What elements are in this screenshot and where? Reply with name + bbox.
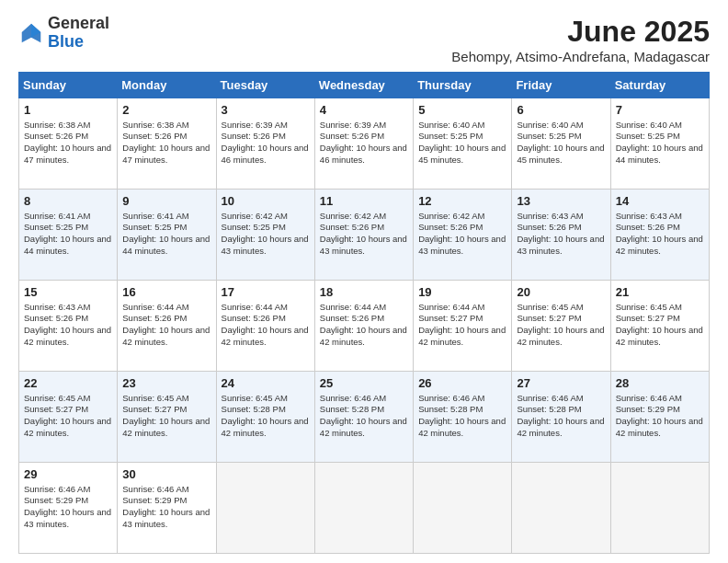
sunset-label: Sunset: 5:29 PM (122, 495, 187, 505)
day-number: 21 (616, 284, 704, 301)
daylight-label: Daylight: 10 hours and 44 minutes. (616, 143, 703, 165)
day-number: 2 (122, 102, 210, 119)
day-number: 23 (122, 375, 210, 392)
daylight-label: Daylight: 10 hours and 42 minutes. (222, 325, 309, 347)
sunset-label: Sunset: 5:27 PM (24, 404, 88, 414)
calendar-header-row: Sunday Monday Tuesday Wednesday Thursday… (19, 73, 710, 98)
table-row: 3Sunrise: 6:39 AMSunset: 5:26 PMDaylight… (216, 98, 314, 190)
calendar-week-row: 8Sunrise: 6:41 AMSunset: 5:25 PMDaylight… (19, 190, 710, 281)
daylight-label: Daylight: 10 hours and 45 minutes. (517, 143, 604, 165)
sunrise-label: Sunrise: 6:45 AM (616, 302, 682, 312)
table-row: 30Sunrise: 6:46 AMSunset: 5:29 PMDayligh… (118, 463, 216, 554)
table-row: 13Sunrise: 6:43 AMSunset: 5:26 PMDayligh… (512, 190, 610, 281)
day-number: 16 (122, 284, 210, 301)
daylight-label: Daylight: 10 hours and 42 minutes. (616, 416, 703, 438)
day-number: 14 (616, 193, 704, 210)
daylight-label: Daylight: 10 hours and 42 minutes. (122, 416, 210, 438)
sunset-label: Sunset: 5:25 PM (222, 222, 286, 232)
day-number: 15 (24, 284, 112, 301)
sunset-label: Sunset: 5:26 PM (320, 222, 384, 232)
day-number: 24 (222, 375, 310, 392)
day-number: 13 (517, 193, 605, 210)
day-number: 3 (222, 102, 310, 119)
table-row (512, 463, 610, 554)
sunset-label: Sunset: 5:29 PM (616, 404, 680, 414)
table-row: 16Sunrise: 6:44 AMSunset: 5:26 PMDayligh… (118, 281, 216, 372)
sunset-label: Sunset: 5:28 PM (320, 404, 384, 414)
daylight-label: Daylight: 10 hours and 42 minutes. (122, 325, 210, 347)
sunset-label: Sunset: 5:28 PM (418, 404, 483, 414)
col-saturday: Saturday (610, 73, 709, 98)
daylight-label: Daylight: 10 hours and 43 minutes. (418, 234, 506, 256)
day-number: 4 (320, 102, 408, 119)
title-block: June 2025 Behompy, Atsimo-Andrefana, Mad… (451, 15, 710, 64)
day-number: 10 (222, 193, 310, 210)
table-row (610, 463, 709, 554)
sunset-label: Sunset: 5:25 PM (517, 131, 581, 141)
sunset-label: Sunset: 5:28 PM (222, 404, 286, 414)
sunrise-label: Sunrise: 6:40 AM (418, 120, 484, 130)
sunrise-label: Sunrise: 6:44 AM (320, 302, 386, 312)
table-row: 4Sunrise: 6:39 AMSunset: 5:26 PMDaylight… (314, 98, 413, 190)
daylight-label: Daylight: 10 hours and 42 minutes. (24, 416, 111, 438)
table-row: 23Sunrise: 6:45 AMSunset: 5:27 PMDayligh… (118, 372, 216, 463)
sunrise-label: Sunrise: 6:40 AM (517, 120, 583, 130)
day-number: 26 (418, 375, 506, 392)
table-row: 22Sunrise: 6:45 AMSunset: 5:27 PMDayligh… (19, 372, 118, 463)
day-number: 30 (122, 466, 210, 483)
col-sunday: Sunday (19, 73, 118, 98)
calendar-week-row: 15Sunrise: 6:43 AMSunset: 5:26 PMDayligh… (19, 281, 710, 372)
sunrise-label: Sunrise: 6:39 AM (222, 120, 288, 130)
sunset-label: Sunset: 5:29 PM (24, 495, 88, 505)
day-number: 18 (320, 284, 408, 301)
sunrise-label: Sunrise: 6:43 AM (616, 211, 682, 221)
sunset-label: Sunset: 5:26 PM (616, 222, 680, 232)
table-row: 5Sunrise: 6:40 AMSunset: 5:25 PMDaylight… (414, 98, 512, 190)
sunrise-label: Sunrise: 6:46 AM (24, 484, 90, 494)
sunrise-label: Sunrise: 6:43 AM (517, 211, 583, 221)
daylight-label: Daylight: 10 hours and 43 minutes. (517, 234, 604, 256)
sunset-label: Sunset: 5:26 PM (122, 313, 187, 323)
daylight-label: Daylight: 10 hours and 42 minutes. (418, 416, 506, 438)
table-row: 20Sunrise: 6:45 AMSunset: 5:27 PMDayligh… (512, 281, 610, 372)
day-number: 12 (418, 193, 506, 210)
calendar-week-row: 22Sunrise: 6:45 AMSunset: 5:27 PMDayligh… (19, 372, 710, 463)
sunrise-label: Sunrise: 6:46 AM (418, 393, 484, 403)
sunset-label: Sunset: 5:26 PM (418, 222, 483, 232)
sunset-label: Sunset: 5:27 PM (517, 313, 581, 323)
sunset-label: Sunset: 5:26 PM (320, 131, 384, 141)
day-number: 25 (320, 375, 408, 392)
table-row: 21Sunrise: 6:45 AMSunset: 5:27 PMDayligh… (610, 281, 709, 372)
sunset-label: Sunset: 5:28 PM (517, 404, 581, 414)
sunrise-label: Sunrise: 6:45 AM (517, 302, 583, 312)
sunrise-label: Sunrise: 6:44 AM (122, 302, 188, 312)
daylight-label: Daylight: 10 hours and 46 minutes. (320, 143, 407, 165)
table-row (314, 463, 413, 554)
table-row (414, 463, 512, 554)
sunset-label: Sunset: 5:25 PM (24, 222, 88, 232)
daylight-label: Daylight: 10 hours and 42 minutes. (616, 234, 703, 256)
day-number: 19 (418, 284, 506, 301)
table-row: 1Sunrise: 6:38 AMSunset: 5:26 PMDaylight… (19, 98, 118, 190)
col-wednesday: Wednesday (314, 73, 413, 98)
table-row: 24Sunrise: 6:45 AMSunset: 5:28 PMDayligh… (216, 372, 314, 463)
sunrise-label: Sunrise: 6:38 AM (24, 120, 90, 130)
sunset-label: Sunset: 5:27 PM (418, 313, 483, 323)
daylight-label: Daylight: 10 hours and 42 minutes. (616, 325, 703, 347)
day-number: 11 (320, 193, 408, 210)
sunrise-label: Sunrise: 6:45 AM (222, 393, 288, 403)
sunrise-label: Sunrise: 6:45 AM (122, 393, 188, 403)
table-row: 6Sunrise: 6:40 AMSunset: 5:25 PMDaylight… (512, 98, 610, 190)
table-row: 29Sunrise: 6:46 AMSunset: 5:29 PMDayligh… (19, 463, 118, 554)
daylight-label: Daylight: 10 hours and 46 minutes. (222, 143, 309, 165)
table-row: 12Sunrise: 6:42 AMSunset: 5:26 PMDayligh… (414, 190, 512, 281)
col-friday: Friday (512, 73, 610, 98)
sunrise-label: Sunrise: 6:43 AM (24, 302, 90, 312)
sunrise-label: Sunrise: 6:38 AM (122, 120, 188, 130)
sunrise-label: Sunrise: 6:40 AM (616, 120, 682, 130)
sunrise-label: Sunrise: 6:44 AM (418, 302, 484, 312)
sunset-label: Sunset: 5:27 PM (122, 404, 187, 414)
table-row: 28Sunrise: 6:46 AMSunset: 5:29 PMDayligh… (610, 372, 709, 463)
day-number: 5 (418, 102, 506, 119)
table-row: 10Sunrise: 6:42 AMSunset: 5:25 PMDayligh… (216, 190, 314, 281)
